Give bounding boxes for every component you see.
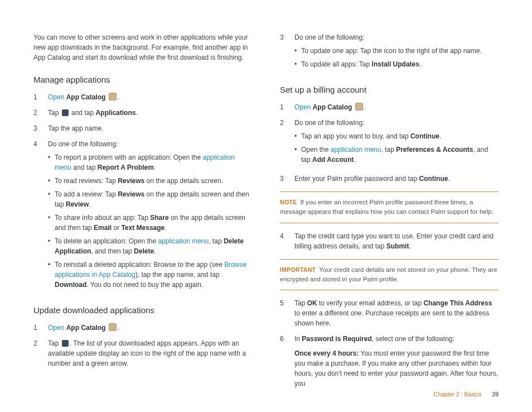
step-number: 4 bbox=[280, 231, 294, 241]
heading-manage-applications: Manage applications bbox=[33, 75, 252, 84]
bullet-share-info: To share info about an app: Tap Share on… bbox=[48, 213, 252, 233]
downloads-icon bbox=[62, 340, 69, 347]
step-number: 1 bbox=[280, 102, 294, 112]
step-number: 2 bbox=[280, 118, 294, 128]
step-number: 3 bbox=[280, 32, 294, 42]
step-billing-4: 4 Tap the credit card type you want to u… bbox=[280, 231, 499, 251]
step-manage-3: 3 Tap the app name. bbox=[33, 123, 252, 133]
step-manage-4: 4 Do one of the following: To report a p… bbox=[33, 139, 252, 293]
bullet-read-reviews: To read reviews: Tap Reviews on the app … bbox=[48, 176, 252, 186]
heading-billing-account: Set up a billing account bbox=[280, 85, 499, 94]
chapter-label: Chapter 2 : Basics bbox=[434, 391, 482, 397]
step-manage-1: 1 Open App Catalog . bbox=[33, 92, 252, 102]
app-catalog-icon bbox=[355, 103, 363, 111]
bullet-add-account: Open the application menu, tap Preferenc… bbox=[294, 145, 499, 165]
step-number: 3 bbox=[280, 174, 294, 184]
step-update-2: 2 Tap . The list of your downloaded apps… bbox=[33, 338, 252, 368]
page-number: 39 bbox=[492, 391, 499, 397]
bullet-update-one: To update one app: Tap the icon to the r… bbox=[294, 46, 499, 56]
step-number: 2 bbox=[33, 338, 48, 348]
open-link[interactable]: Open bbox=[48, 324, 64, 332]
bullet-tap-buy: Tap an app you want to buy, and tap Cont… bbox=[294, 131, 499, 141]
step-update-3: 3 Do one of the following: To update one… bbox=[280, 32, 499, 73]
bullet-reinstall-app: To reinstall a deleted application: Brow… bbox=[48, 260, 252, 290]
menu-icon bbox=[62, 109, 69, 116]
note-box: NOTEIf you enter an incorrect Palm profi… bbox=[280, 191, 499, 223]
step-billing-5: 5 Tap OK to verify your email address, o… bbox=[280, 298, 499, 328]
note-text: If you enter an incorrect Palm profile p… bbox=[280, 199, 494, 215]
step-update-1: 1 Open App Catalog . bbox=[33, 323, 252, 333]
step-number: 2 bbox=[33, 108, 48, 118]
step-billing-6: 6 In Password is Required, select one of… bbox=[280, 334, 499, 395]
page-footer: Chapter 2 : Basics 39 bbox=[434, 391, 499, 397]
step-number: 4 bbox=[33, 139, 48, 149]
step-number: 3 bbox=[33, 123, 48, 133]
step-number: 5 bbox=[280, 298, 294, 308]
step-billing-2: 2 Do one of the following: Tap an app yo… bbox=[280, 118, 499, 168]
step-number: 1 bbox=[33, 92, 48, 102]
important-label: IMPORTANT bbox=[280, 266, 316, 273]
bullet-report-problem: To report a problem with an application:… bbox=[48, 152, 252, 173]
step-billing-1: 1 Open App Catalog . bbox=[280, 102, 499, 112]
intro-paragraph: You can move to other screens and work i… bbox=[33, 32, 252, 63]
bullet-delete-app: To delete an application: Open the appli… bbox=[48, 236, 252, 256]
heading-update-applications: Update downloaded applications bbox=[33, 305, 252, 315]
right-column: 3 Do one of the following: To update one… bbox=[280, 32, 499, 390]
app-catalog-icon bbox=[109, 93, 117, 100]
app-catalog-label: App Catalog bbox=[66, 93, 106, 101]
bullet-update-all: To update all apps: Tap Install Updates. bbox=[294, 59, 499, 69]
left-column: You can move to other screens and work i… bbox=[33, 32, 252, 390]
step-number: 1 bbox=[33, 323, 48, 333]
step-manage-2: 2 Tap and tap Applications. bbox=[33, 108, 252, 118]
open-link[interactable]: Open bbox=[48, 93, 64, 101]
app-catalog-icon bbox=[109, 323, 117, 331]
note-label: NOTE bbox=[280, 199, 297, 205]
bullet-add-review: To add a review: Tap Reviews on the app … bbox=[48, 189, 252, 209]
important-box: IMPORTANTYour credit card details are no… bbox=[280, 259, 499, 291]
password-option-paragraph: Once every 4 hours: You must enter your … bbox=[294, 348, 499, 389]
application-menu-link[interactable]: application menu bbox=[331, 146, 381, 154]
application-menu-link[interactable]: application menu bbox=[158, 237, 209, 245]
open-link[interactable]: Open bbox=[294, 103, 311, 111]
step-number: 6 bbox=[280, 334, 294, 344]
step-billing-3: 3 Enter your Palm profile password and t… bbox=[280, 174, 499, 184]
